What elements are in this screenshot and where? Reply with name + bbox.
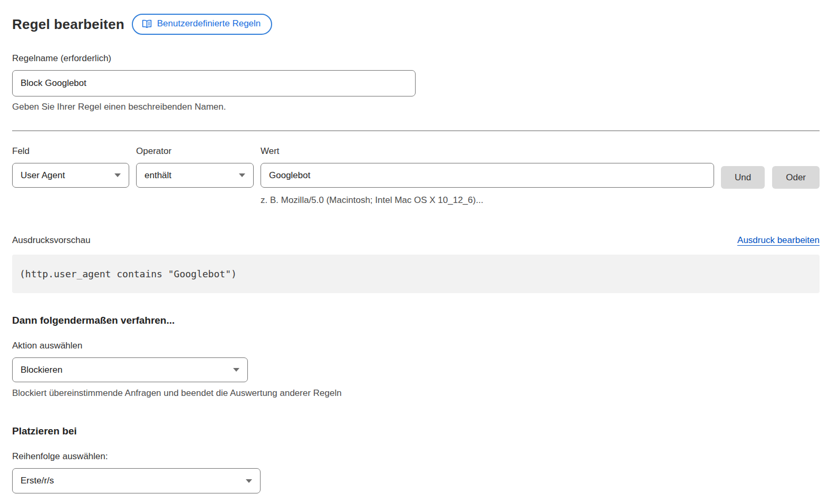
condition-row: Feld User Agent Operator enthält Wert z.… bbox=[12, 146, 820, 206]
action-select-label: Aktion auswählen bbox=[12, 341, 820, 351]
operator-column: Operator enthält bbox=[136, 146, 254, 188]
placement-select-label: Reihenfolge auswählen: bbox=[12, 451, 820, 462]
operator-label: Operator bbox=[136, 146, 254, 157]
edit-expression-link[interactable]: Ausdruck bearbeiten bbox=[737, 235, 820, 246]
page-title: Regel bearbeiten bbox=[12, 16, 124, 33]
rule-name-group: Regelname (erforderlich) Geben Sie Ihrer… bbox=[12, 53, 820, 112]
expression-header: Ausdrucksvorschau Ausdruck bearbeiten bbox=[12, 235, 820, 246]
custom-rules-docs-button[interactable]: Benutzerdefinierte Regeln bbox=[132, 14, 273, 35]
value-helper: z. B. Mozilla/5.0 (Macintosh; Intel Mac … bbox=[261, 195, 714, 206]
page-header: Regel bearbeiten Benutzerdefinierte Rege… bbox=[12, 14, 820, 35]
or-button[interactable]: Oder bbox=[772, 166, 820, 189]
and-button[interactable]: Und bbox=[721, 166, 765, 189]
expression-preview-label: Ausdrucksvorschau bbox=[12, 235, 90, 246]
rule-name-helper: Geben Sie Ihrer Regel einen beschreibend… bbox=[12, 102, 820, 112]
action-select-value: Blockieren bbox=[21, 365, 62, 375]
action-section: Dann folgendermaßen verfahren... Aktion … bbox=[12, 315, 820, 399]
action-helper: Blockiert übereinstimmende Anfragen und … bbox=[12, 388, 820, 399]
field-select[interactable]: User Agent bbox=[12, 163, 129, 188]
section-divider bbox=[12, 130, 820, 131]
action-select[interactable]: Blockieren bbox=[12, 357, 248, 382]
placement-order-select[interactable]: Erste/r/s bbox=[12, 468, 261, 493]
edit-rule-page: Regel bearbeiten Benutzerdefinierte Rege… bbox=[0, 0, 828, 504]
field-column: Feld User Agent bbox=[12, 146, 129, 188]
chevron-down-icon bbox=[114, 173, 121, 177]
action-heading: Dann folgendermaßen verfahren... bbox=[12, 315, 820, 326]
expression-section: Ausdrucksvorschau Ausdruck bearbeiten (h… bbox=[12, 235, 820, 293]
value-input[interactable] bbox=[261, 163, 714, 188]
expression-code-block: (http.user_agent contains "Googlebot") bbox=[12, 255, 820, 293]
chevron-down-icon bbox=[239, 173, 245, 177]
chevron-down-icon bbox=[233, 368, 239, 372]
placement-order-value: Erste/r/s bbox=[21, 476, 54, 486]
operator-select-value: enthält bbox=[145, 170, 171, 181]
logic-buttons: Und Oder bbox=[721, 146, 820, 189]
field-select-value: User Agent bbox=[21, 170, 65, 181]
placement-heading: Platzieren bei bbox=[12, 425, 820, 437]
value-column: Wert z. B. Mozilla/5.0 (Macintosh; Intel… bbox=[261, 146, 714, 206]
placement-section: Platzieren bei Reihenfolge auswählen: Er… bbox=[12, 425, 820, 493]
rule-name-label: Regelname (erforderlich) bbox=[12, 53, 820, 64]
chevron-down-icon bbox=[246, 479, 252, 483]
value-label: Wert bbox=[261, 146, 714, 157]
field-label: Feld bbox=[12, 146, 129, 157]
open-book-icon bbox=[141, 18, 152, 30]
operator-select[interactable]: enthält bbox=[136, 163, 254, 188]
custom-rules-docs-label: Benutzerdefinierte Regeln bbox=[157, 18, 261, 29]
rule-name-input[interactable] bbox=[12, 70, 416, 96]
